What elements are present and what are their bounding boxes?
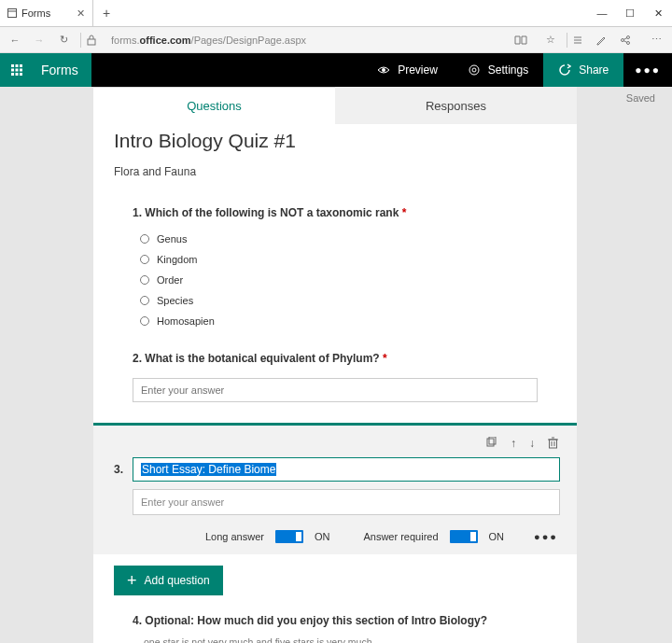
add-question-button[interactable]: + Add question	[114, 566, 223, 595]
refresh-button[interactable]: ↻	[52, 34, 75, 46]
long-answer-label: Long answer	[205, 531, 264, 542]
plus-icon: +	[127, 575, 137, 586]
copy-button[interactable]	[485, 437, 497, 450]
divider	[80, 33, 81, 48]
question-text: 1. Which of the following is NOT a taxon…	[133, 206, 538, 219]
form-card: Questions Responses Intro Biology Quiz #…	[93, 87, 577, 643]
svg-rect-17	[11, 73, 14, 76]
gear-icon	[468, 63, 481, 77]
eye-icon	[377, 65, 390, 75]
question-toolbar: ↑ ↓	[110, 437, 560, 450]
hub-icon[interactable]	[571, 35, 595, 46]
window-titlebar: Forms ✕ + — ☐ ✕	[0, 0, 672, 27]
notes-icon[interactable]	[595, 35, 620, 46]
radio-icon[interactable]	[140, 255, 149, 264]
svg-rect-24	[489, 437, 496, 444]
question-more-button[interactable]: ●●●	[534, 531, 558, 542]
lock-icon	[87, 35, 109, 46]
page-content: Saved Questions Responses Intro Biology …	[0, 87, 672, 643]
option-row[interactable]: Species	[133, 290, 538, 311]
answer-input[interactable]	[133, 378, 538, 402]
svg-line-10	[623, 40, 627, 42]
radio-icon[interactable]	[140, 316, 149, 326]
page-icon	[7, 8, 17, 18]
move-up-button[interactable]: ↑	[511, 437, 516, 450]
svg-rect-25	[550, 440, 557, 448]
required-label: Answer required	[363, 531, 438, 542]
form-title[interactable]: Intro Biology Quiz #1	[114, 130, 556, 152]
tab-questions[interactable]: Questions	[93, 87, 335, 124]
app-name[interactable]: Forms	[34, 53, 91, 87]
svg-rect-14	[11, 69, 14, 72]
svg-line-9	[623, 37, 627, 39]
more-actions-button[interactable]: ●●●	[623, 53, 672, 87]
share-button[interactable]: Share	[543, 53, 623, 87]
question-number: 3.	[110, 463, 123, 476]
save-status: Saved	[626, 92, 655, 104]
svg-point-20	[382, 68, 385, 72]
back-button[interactable]: ←	[4, 35, 26, 46]
svg-rect-13	[20, 64, 22, 67]
question-options-row: Long answer ON Answer required ON ●●●	[110, 530, 560, 543]
minimize-button[interactable]: —	[588, 0, 616, 26]
required-state: ON	[489, 531, 505, 542]
preview-button[interactable]: Preview	[362, 53, 453, 87]
tab-responses[interactable]: Responses	[335, 87, 577, 124]
svg-point-21	[469, 65, 479, 75]
reading-view-icon[interactable]	[514, 35, 539, 46]
option-row[interactable]: Homosapien	[133, 311, 538, 331]
delete-button[interactable]	[548, 437, 558, 450]
close-button[interactable]: ✕	[644, 0, 672, 26]
question-text-input[interactable]: Short Essay: Define Biome	[133, 457, 560, 482]
tab-title: Forms	[21, 7, 50, 19]
svg-rect-0	[8, 9, 17, 18]
long-answer-toggle[interactable]	[275, 530, 303, 543]
new-tab-button[interactable]: +	[93, 0, 119, 26]
svg-rect-16	[20, 69, 22, 72]
question-subtitle: one star is not very much and five stars…	[144, 636, 538, 643]
question-3-selected: ↑ ↓ 3. Short Essay: Define Biome Enter y…	[93, 423, 577, 554]
option-row[interactable]: Genus	[133, 229, 538, 249]
move-down-button[interactable]: ↓	[529, 437, 535, 450]
divider	[567, 33, 567, 48]
svg-rect-12	[16, 64, 19, 67]
question-4[interactable]: 4. Optional: How much did you enjoy this…	[114, 607, 556, 643]
svg-rect-18	[16, 73, 19, 76]
question-text: 4. Optional: How much did you enjoy this…	[133, 614, 538, 627]
svg-rect-23	[487, 439, 494, 446]
svg-rect-2	[88, 39, 95, 45]
form-tabs: Questions Responses	[93, 87, 577, 124]
long-answer-state: ON	[315, 531, 330, 542]
browser-tab[interactable]: Forms ✕	[0, 0, 93, 26]
more-icon[interactable]: ⋯	[644, 34, 668, 46]
address-bar[interactable]: forms.office.com/Pages/DesignPage.aspx	[111, 35, 512, 46]
required-mark: *	[383, 352, 387, 365]
app-ribbon: Forms Preview Settings Share ●●●	[0, 53, 672, 87]
required-mark: *	[402, 206, 407, 219]
form-subtitle[interactable]: Flora and Fauna	[114, 165, 556, 178]
tab-close-icon[interactable]: ✕	[77, 7, 85, 20]
favorite-icon[interactable]: ☆	[539, 34, 563, 46]
svg-rect-11	[11, 64, 14, 67]
question-2[interactable]: 2. What is the botanical equivalent of P…	[114, 352, 556, 423]
radio-icon[interactable]	[140, 296, 149, 305]
window-controls: — ☐ ✕	[588, 0, 672, 26]
svg-point-22	[472, 68, 476, 72]
browser-toolbar: ← → ↻ forms.office.com/Pages/DesignPage.…	[0, 27, 672, 53]
forward-button[interactable]: →	[28, 35, 50, 46]
radio-icon[interactable]	[140, 234, 149, 244]
question-text: 2. What is the botanical equivalent of P…	[133, 352, 538, 365]
svg-rect-15	[16, 69, 19, 72]
maximize-button[interactable]: ☐	[616, 0, 644, 26]
answer-placeholder-box[interactable]: Enter your answer	[133, 489, 560, 515]
share-arrows-icon	[558, 63, 571, 77]
option-row[interactable]: Order	[133, 270, 538, 290]
settings-button[interactable]: Settings	[453, 53, 543, 87]
app-launcher-button[interactable]	[0, 53, 34, 87]
radio-icon[interactable]	[140, 275, 149, 285]
share-icon[interactable]	[620, 35, 644, 46]
option-row[interactable]: Kingdom	[133, 249, 538, 270]
required-toggle[interactable]	[450, 530, 478, 543]
svg-rect-19	[20, 73, 22, 76]
question-1[interactable]: 1. Which of the following is NOT a taxon…	[114, 206, 556, 352]
